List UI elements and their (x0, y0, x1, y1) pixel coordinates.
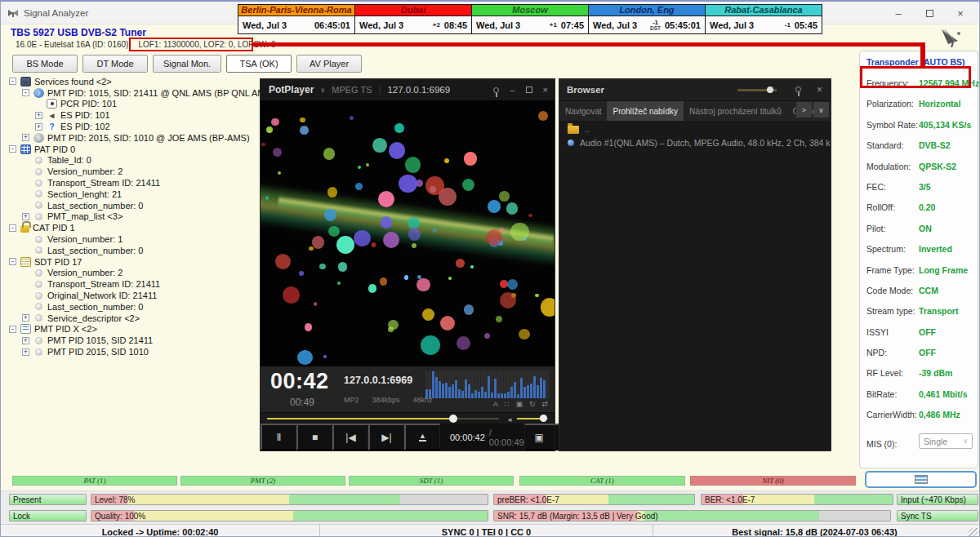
browser-tab-1[interactable]: Navigovat (559, 101, 607, 121)
eject-button[interactable]: ▲ (404, 424, 440, 450)
folder-up-item[interactable]: .. (559, 121, 831, 134)
tree-item[interactable]: -PMT PID X <2> (6, 324, 259, 335)
tree-item-label: Version_number: 1 (47, 234, 122, 244)
tree-item[interactable]: -Services found <2> (6, 76, 259, 87)
tab-tsa-ok-[interactable]: TSA (OK) (226, 55, 292, 73)
tuner-subtitle: 16.0E - Eutelsat 16A (ID: 0160) LOF1: 11… (16, 40, 278, 49)
tree-expander[interactable]: + (22, 314, 29, 322)
tree-item[interactable]: +PMT PID 1015, SID 21411 (6, 335, 259, 346)
tree-expander[interactable]: - (22, 89, 29, 96)
tree-item[interactable]: Transport_Stream ID: 21411 (6, 278, 259, 290)
tree-item[interactable]: +?ES PID: 102 (6, 121, 259, 132)
seek-handle[interactable] (449, 415, 457, 423)
pause-icon: Ⅱ (277, 432, 282, 443)
tree-expander[interactable]: - (9, 258, 16, 265)
opacity-slider[interactable] (737, 89, 777, 91)
tab-av-player[interactable]: AV Player (296, 55, 362, 73)
maximize-button[interactable] (914, 2, 945, 24)
tab-dt-mode[interactable]: DT Mode (82, 55, 148, 73)
tabs-scroll-next-button[interactable]: > (796, 102, 812, 118)
tree-item[interactable]: Last_section_number: 0 (6, 301, 259, 313)
repeat-icon[interactable]: ↻ (529, 400, 536, 408)
resize-grip[interactable] (969, 528, 978, 537)
uptime-status: Locked -> Uptime: 00:02:40 (1, 525, 319, 537)
audio-track-item[interactable]: Audio #1(QNL AMS) – Dutch, MPEG Audio, 4… (559, 134, 831, 148)
satellite-dish-icon (937, 26, 966, 49)
tree-item[interactable]: Transport_Stream ID: 21411 (6, 177, 259, 189)
slider-handle[interactable] (767, 87, 773, 93)
field-label: Frame Type: (866, 265, 915, 275)
tree-item[interactable]: Version_number: 1 (6, 233, 259, 245)
seek-bar[interactable]: ◄ (261, 412, 555, 424)
tree-item[interactable]: Version_number: 2 (6, 268, 259, 279)
tree-expander[interactable]: + (35, 123, 42, 131)
next-button[interactable]: ▶| (368, 424, 404, 450)
tree-item[interactable]: -PAT PID 0 (6, 144, 259, 155)
tree-item[interactable]: -SDT PID 17 (6, 256, 259, 268)
tree-item[interactable]: Original_Network ID: 21411 (6, 290, 259, 301)
browser-tab-3[interactable]: Nástroj procházení titulků (684, 101, 787, 121)
tree-item[interactable]: -CAT PID 1 (6, 222, 259, 233)
tree-item[interactable]: Section_lenght: 21 (6, 189, 259, 200)
close-button[interactable]: × (945, 2, 976, 24)
pcr-icon (47, 99, 57, 109)
previous-button[interactable]: |◀ (332, 424, 368, 450)
tree-item[interactable]: +PMT PID 2015, SID 1010 (6, 346, 259, 357)
export-button[interactable] (865, 471, 977, 488)
tree-expander[interactable]: - (9, 78, 16, 85)
volume-handle[interactable] (540, 415, 547, 422)
dot-icon (35, 292, 42, 300)
tree-item[interactable]: -♪PMT PID: 1015, SID: 21411 @ QNL AMS (B… (6, 87, 259, 99)
note-icon: ♪ (33, 133, 44, 143)
browser-titlebar[interactable]: Browser × (559, 79, 831, 100)
field-value: Horizontal (919, 99, 960, 109)
stop-button[interactable]: ■ (296, 424, 332, 450)
tree-item[interactable]: Last_section_number: 0 (6, 200, 259, 211)
tab-bs-mode[interactable]: BS Mode (12, 55, 78, 73)
tree-expander[interactable]: - (9, 326, 16, 333)
tree-item[interactable]: +Service_descriptor <2> (6, 313, 259, 324)
screen-mode-button[interactable]: ▣ (524, 424, 554, 450)
tree-expander[interactable]: + (22, 134, 29, 141)
minimize-button[interactable]: – (883, 2, 914, 24)
chevron-down-icon[interactable]: ∨ (320, 87, 325, 94)
tree-expander[interactable]: - (9, 145, 16, 153)
player-minimize-button[interactable]: – (510, 85, 514, 95)
tree-expander[interactable]: - (9, 224, 16, 232)
ab-repeat-icon[interactable]: A (493, 400, 498, 408)
tree-item[interactable]: Last_section_number: 0 (6, 245, 259, 256)
meter-preber: preBER: <1.0E-7 (493, 494, 695, 505)
tree-expander[interactable]: + (22, 337, 29, 344)
tree-item[interactable]: +♪PMT PID: 2015, SID: 1010 @ JOE AMS (BP… (6, 132, 259, 144)
video-area[interactable] (261, 100, 555, 366)
tree-item-label: PMT PID: 1015, SID: 21411 @ QNL AMS (BP … (47, 88, 274, 98)
tabs-more-button[interactable]: ∨ (813, 102, 829, 118)
potplayer-titlebar[interactable]: PotPlayer ∨ MPEG TS | 127.0.0.1:6969 – × (261, 79, 555, 100)
tree-item-label: Version_number: 2 (47, 166, 122, 176)
mis-label: MIS (0): (866, 439, 897, 449)
pin-icon[interactable] (795, 87, 801, 92)
volume-icon[interactable]: ◄ (506, 416, 513, 424)
pin-icon[interactable] (493, 87, 499, 93)
tree-expander[interactable]: + (22, 213, 29, 220)
player-close-button[interactable]: × (543, 85, 548, 95)
stream-type-label: MPEG TS (332, 85, 372, 95)
player-maximize-button[interactable] (526, 87, 532, 93)
tab-signal-mon-[interactable]: Signal Mon. (153, 55, 221, 73)
field-value: 3/5 (919, 182, 931, 192)
tree-item[interactable]: +PMT_map_list <3> (6, 211, 259, 223)
offset-value: +1 (550, 22, 557, 28)
tree-item[interactable]: +◄ES PID: 101 (6, 109, 259, 121)
pause-button[interactable]: Ⅱ (261, 424, 296, 450)
shuffle-icon[interactable]: ⇄ (541, 400, 548, 408)
tree-expander[interactable]: + (35, 112, 42, 119)
tree-expander[interactable]: + (22, 348, 29, 356)
tree-item[interactable]: Version_number: 2 (6, 166, 259, 177)
capture-icon[interactable]: ▣ (515, 400, 523, 408)
browser-close-button[interactable]: × (817, 84, 822, 95)
tree-item[interactable]: PCR PID: 101 (6, 99, 259, 110)
tree-item[interactable]: Table_Id: 0 (6, 155, 259, 166)
mis-select[interactable]: Single ∨ (919, 433, 973, 449)
browser-tab-2[interactable]: Prohlížeč nabídky (607, 101, 684, 121)
aspect-ratio-icon[interactable]: ∷ (505, 400, 510, 408)
